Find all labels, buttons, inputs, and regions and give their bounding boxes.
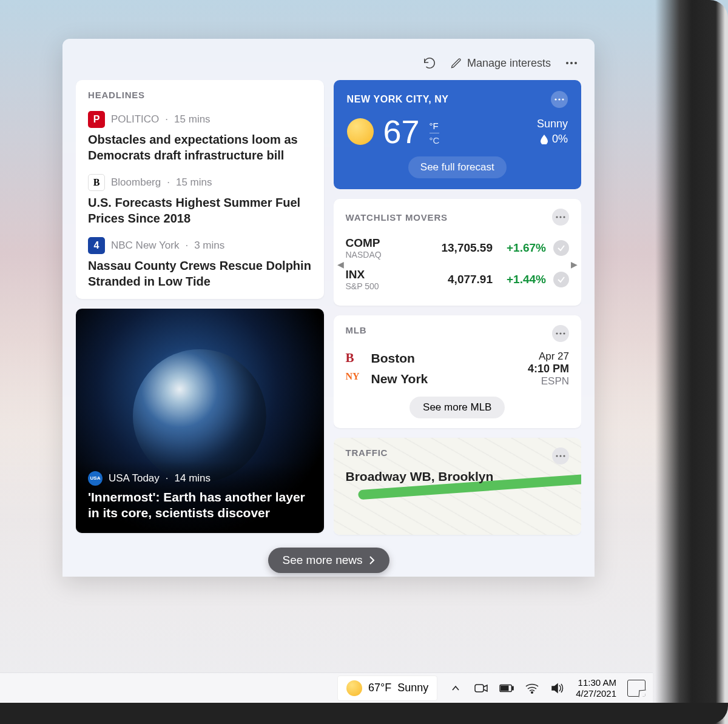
ellipsis-icon xyxy=(565,61,578,65)
pencil-icon xyxy=(450,57,462,69)
left-column: HEADLINES P POLITICO · 15 mins Obstacles… xyxy=(76,80,324,566)
headline-item[interactable]: P POLITICO · 15 mins Obstacles and expec… xyxy=(88,111,312,163)
tray-expand-button[interactable] xyxy=(448,681,463,696)
unit-celsius[interactable]: °C xyxy=(430,135,440,146)
weather-humidity: 0% xyxy=(552,133,568,146)
headline-title: Obstacles and expectations loom as Democ… xyxy=(88,132,312,163)
traffic-more-button[interactable] xyxy=(552,447,569,464)
svg-rect-15 xyxy=(475,685,484,692)
source-badge-icon: 4 xyxy=(88,237,105,254)
monitor-bezel xyxy=(655,0,728,724)
featured-article-card[interactable]: USA USA Today · 14 mins 'Innermost': Ear… xyxy=(76,309,324,533)
ticker-follow-button[interactable] xyxy=(553,240,569,256)
see-more-mlb-button[interactable]: See more MLB xyxy=(410,397,505,418)
source-badge-icon: P xyxy=(88,111,105,128)
featured-source: USA Today xyxy=(109,472,160,484)
svg-rect-18 xyxy=(512,686,513,690)
svg-point-3 xyxy=(554,98,556,100)
weather-temperature: 67 xyxy=(383,115,420,148)
svg-point-2 xyxy=(575,62,577,64)
headline-time: 15 mins xyxy=(174,113,211,126)
svg-rect-17 xyxy=(501,686,508,690)
refresh-button[interactable] xyxy=(420,53,439,73)
ellipsis-icon xyxy=(556,216,565,218)
svg-point-13 xyxy=(559,455,561,457)
headline-item[interactable]: B Bloomberg · 15 mins U.S. Forecasts Hig… xyxy=(88,174,312,226)
team-name: Boston xyxy=(371,351,415,366)
taskbar-temp: 67°F xyxy=(368,682,391,694)
see-forecast-button[interactable]: See full forecast xyxy=(408,156,507,178)
headline-item[interactable]: 4 NBC New York · 3 mins Nassau County Cr… xyxy=(88,237,312,289)
camera-icon xyxy=(474,683,488,693)
ticker-price: 4,077.91 xyxy=(420,273,493,286)
headline-title: U.S. Forecasts Highest Summer Fuel Price… xyxy=(88,195,312,226)
sun-icon xyxy=(346,680,362,696)
headlines-header: HEADLINES xyxy=(88,90,312,100)
weather-location: NEW YORK CITY, NY xyxy=(347,94,449,105)
svg-point-12 xyxy=(556,455,558,457)
svg-point-7 xyxy=(559,216,561,218)
monitor-bottom-bezel xyxy=(0,703,728,724)
unit-toggle[interactable]: °F °C xyxy=(430,121,440,146)
ticker-follow-button[interactable] xyxy=(553,272,569,287)
manage-interests-label: Manage interests xyxy=(467,57,551,70)
flyout-toolbar: Manage interests xyxy=(76,50,581,76)
watchlist-row[interactable]: COMP NASDAQ 13,705.59 +1.67% xyxy=(346,233,570,264)
headline-time: 3 mins xyxy=(194,240,224,252)
headline-time: 15 mins xyxy=(176,176,212,189)
watchlist-prev-button[interactable]: ◀ xyxy=(337,260,344,269)
more-options-button[interactable] xyxy=(562,53,581,73)
unit-fahrenheit[interactable]: °F xyxy=(430,121,440,131)
news-and-interests-flyout: Manage interests HEADLINES P POLITICO · … xyxy=(62,39,595,577)
ticker-symbol: INX xyxy=(346,268,420,281)
mlb-time: 4:10 PM xyxy=(528,363,569,375)
ellipsis-icon xyxy=(556,455,565,457)
mlb-team-row[interactable]: B Boston xyxy=(346,348,428,369)
taskbar-condition: Sunny xyxy=(397,682,428,694)
weather-condition: Sunny xyxy=(537,118,568,130)
team-name: New York xyxy=(371,372,428,386)
watchlist-row[interactable]: INX S&P 500 4,077.91 +1.44% xyxy=(346,264,570,296)
ticker-exchange: NASDAQ xyxy=(346,250,420,260)
ticker-change: +1.67% xyxy=(493,241,546,255)
volume-icon[interactable] xyxy=(550,681,565,696)
svg-point-9 xyxy=(556,332,558,334)
wifi-icon[interactable] xyxy=(525,681,539,696)
mlb-network: ESPN xyxy=(528,375,569,387)
weather-more-button[interactable] xyxy=(551,91,568,108)
taskbar-weather-button[interactable]: 67°F Sunny xyxy=(337,675,437,701)
check-icon xyxy=(557,275,565,284)
headline-title: Nassau County Crews Rescue Dolphin Stran… xyxy=(88,258,312,289)
headlines-card: HEADLINES P POLITICO · 15 mins Obstacles… xyxy=(76,80,324,299)
ticker-symbol: COMP xyxy=(346,236,420,250)
team-logo-icon: B xyxy=(346,350,362,366)
watchlist-more-button[interactable] xyxy=(552,209,569,226)
source-name: NBC New York xyxy=(111,240,179,252)
traffic-road-name: Broadway WB, Brooklyn xyxy=(346,469,570,484)
traffic-header: TRAFFIC xyxy=(346,447,388,464)
mlb-team-row[interactable]: NY New York xyxy=(346,369,428,389)
weather-card[interactable]: NEW YORK CITY, NY 67 °F °C xyxy=(334,80,582,189)
featured-time: 14 mins xyxy=(175,472,211,484)
mlb-header: MLB xyxy=(346,325,367,342)
traffic-card[interactable]: TRAFFIC Broadway WB, Brooklyn xyxy=(334,438,582,535)
watchlist-next-button[interactable]: ▶ xyxy=(571,260,578,269)
see-more-news-label: See more news xyxy=(282,554,362,567)
notification-center-button[interactable] xyxy=(627,680,645,697)
watchlist-header: WATCHLIST MOVERS xyxy=(346,212,448,223)
right-column: NEW YORK CITY, NY 67 °F °C xyxy=(334,80,582,566)
manage-interests-button[interactable]: Manage interests xyxy=(450,57,551,70)
battery-icon[interactable] xyxy=(499,681,514,696)
svg-point-14 xyxy=(563,455,565,457)
svg-point-0 xyxy=(566,62,568,64)
taskbar-clock[interactable]: 11:30 AM 4/27/2021 xyxy=(576,677,616,699)
team-logo-icon: NY xyxy=(346,371,362,387)
svg-point-1 xyxy=(570,62,573,64)
chevron-up-icon xyxy=(451,685,460,691)
svg-point-19 xyxy=(531,691,533,692)
meet-now-icon[interactable] xyxy=(474,681,488,696)
taskbar-date: 4/27/2021 xyxy=(576,688,616,699)
mlb-more-button[interactable] xyxy=(552,325,569,342)
svg-point-8 xyxy=(563,216,565,218)
see-more-news-button[interactable]: See more news xyxy=(268,548,389,573)
